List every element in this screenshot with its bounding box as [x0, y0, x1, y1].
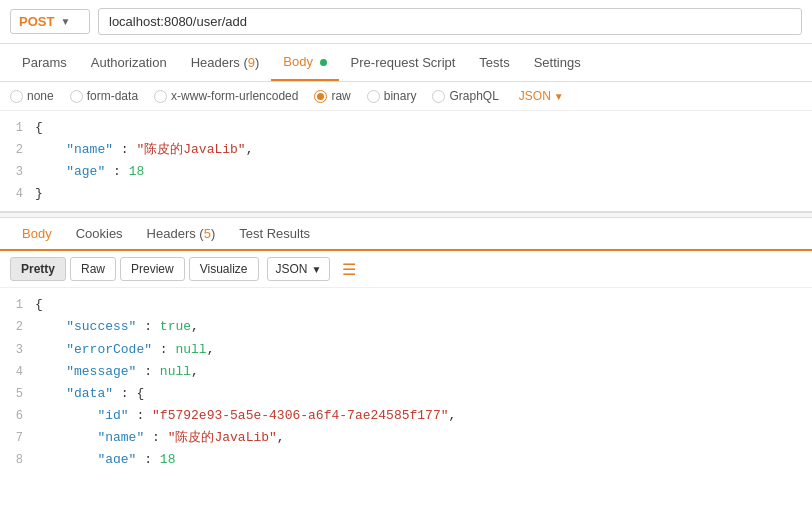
format-none[interactable]: none — [10, 89, 54, 103]
method-select[interactable]: POST ▼ — [10, 9, 90, 34]
resp-line-6: 6 "id" : "f5792e93-5a5e-4306-a6f4-7ae245… — [0, 405, 812, 427]
tab-pre-request-script[interactable]: Pre-request Script — [339, 45, 468, 80]
request-tabs: Params Authorization Headers (9) Body Pr… — [0, 44, 812, 82]
resp-visualize-btn[interactable]: Visualize — [189, 257, 259, 281]
radio-none — [10, 90, 23, 103]
resp-line-7: 7 "name" : "陈皮的JavaLib", — [0, 427, 812, 449]
method-label: POST — [19, 14, 54, 29]
format-binary[interactable]: binary — [367, 89, 417, 103]
resp-line-8: 8 "age" : 18 — [0, 449, 812, 463]
request-body-editor[interactable]: 1 { 2 "name" : "陈皮的JavaLib", 3 "age" : 1… — [0, 111, 812, 212]
resp-tab-cookies[interactable]: Cookies — [64, 218, 135, 249]
response-tabs: Body Cookies Headers (5) Test Results — [0, 218, 812, 251]
resp-line-2: 2 "success" : true, — [0, 316, 812, 338]
radio-form-data — [70, 90, 83, 103]
format-graphql[interactable]: GraphQL — [432, 89, 498, 103]
json-caret-icon: ▼ — [554, 91, 564, 102]
response-format-bar: Pretty Raw Preview Visualize JSON ▼ ☰ — [0, 251, 812, 288]
req-line-4: 4 } — [0, 183, 812, 205]
radio-raw — [314, 90, 327, 103]
body-format-bar: none form-data x-www-form-urlencoded raw… — [0, 82, 812, 111]
radio-graphql — [432, 90, 445, 103]
tab-params[interactable]: Params — [10, 45, 79, 80]
resp-json-caret-icon: ▼ — [312, 264, 322, 275]
tab-headers[interactable]: Headers (9) — [179, 45, 272, 80]
resp-tab-headers[interactable]: Headers (5) — [135, 218, 228, 249]
tab-authorization[interactable]: Authorization — [79, 45, 179, 80]
resp-preview-btn[interactable]: Preview — [120, 257, 185, 281]
resp-json-select[interactable]: JSON ▼ — [267, 257, 331, 281]
radio-urlencoded — [154, 90, 167, 103]
tab-settings[interactable]: Settings — [522, 45, 593, 80]
response-body: 1 { 2 "success" : true, 3 "errorCode" : … — [0, 288, 812, 463]
req-line-1: 1 { — [0, 117, 812, 139]
resp-line-5: 5 "data" : { — [0, 383, 812, 405]
format-lines-icon[interactable]: ☰ — [342, 260, 356, 279]
json-type-select[interactable]: JSON ▼ — [519, 89, 564, 103]
radio-binary — [367, 90, 380, 103]
resp-line-4: 4 "message" : null, — [0, 361, 812, 383]
req-line-3: 3 "age" : 18 — [0, 161, 812, 183]
format-urlencoded[interactable]: x-www-form-urlencoded — [154, 89, 298, 103]
format-form-data[interactable]: form-data — [70, 89, 138, 103]
tab-body[interactable]: Body — [271, 44, 338, 81]
resp-tab-test-results[interactable]: Test Results — [227, 218, 322, 249]
resp-tab-body[interactable]: Body — [10, 218, 64, 251]
url-input[interactable] — [98, 8, 802, 35]
resp-pretty-btn[interactable]: Pretty — [10, 257, 66, 281]
req-line-2: 2 "name" : "陈皮的JavaLib", — [0, 139, 812, 161]
method-chevron-icon: ▼ — [60, 16, 70, 27]
resp-line-3: 3 "errorCode" : null, — [0, 339, 812, 361]
body-dot — [320, 59, 327, 66]
resp-raw-btn[interactable]: Raw — [70, 257, 116, 281]
url-bar: POST ▼ — [0, 0, 812, 44]
tab-tests[interactable]: Tests — [467, 45, 521, 80]
resp-line-1: 1 { — [0, 294, 812, 316]
format-raw[interactable]: raw — [314, 89, 350, 103]
